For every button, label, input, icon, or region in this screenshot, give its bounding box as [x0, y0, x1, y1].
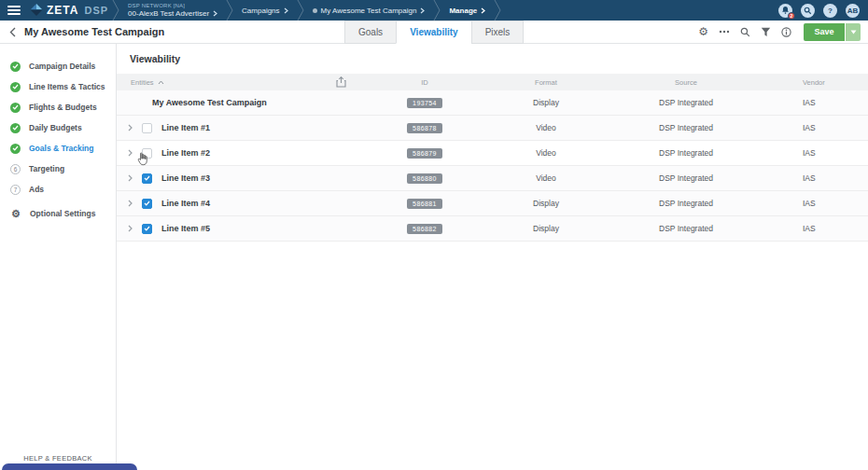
table-row-line-item-2[interactable]: Line Item #2 586879 Video DSP Integrated… — [117, 141, 868, 166]
breadcrumb-campaigns[interactable]: Campaigns — [233, 0, 296, 21]
notifications-button[interactable]: 2 — [778, 4, 792, 18]
sidebar-item-line-items-tactics[interactable]: Line Items & Tactics — [0, 76, 116, 97]
campaign-status-dot — [313, 8, 317, 13]
column-status[interactable] — [313, 76, 369, 88]
column-source[interactable]: Source — [611, 78, 761, 87]
settings-gear-button[interactable]: ⚙ — [698, 26, 708, 37]
step-number-badge: 6 — [10, 164, 21, 174]
source-cell: DSP Integrated — [611, 173, 761, 183]
table-row-line-item-4[interactable]: Line Item #4 586881 Display DSP Integrat… — [117, 191, 868, 216]
sidebar-item-campaign-details[interactable]: Campaign Details — [0, 56, 116, 76]
panel-title: Viewability — [117, 44, 868, 74]
column-vendor[interactable]: Vendor — [761, 78, 868, 87]
tab-viewability[interactable]: Viewability — [396, 21, 472, 44]
breadcrumb-advertiser[interactable]: DSP NETWORK [NA] 00-AlexB Test Advertise… — [119, 0, 226, 21]
check-icon — [144, 175, 150, 181]
column-entities[interactable]: Entities — [117, 78, 313, 87]
table-search-button[interactable] — [740, 27, 750, 37]
vendor-cell: IAS — [761, 224, 868, 233]
entity-name: Line Item #3 — [161, 173, 210, 183]
row-checkbox-unchecked[interactable] — [142, 148, 152, 159]
top-navbar: ZETA DSP DSP NETWORK [NA] 00-AlexB Test … — [0, 0, 868, 21]
table-row-line-item-1[interactable]: Line Item #1 586878 Video DSP Integrated… — [117, 116, 868, 141]
check-circle-icon — [10, 62, 21, 72]
row-checkbox-checked[interactable] — [142, 224, 152, 234]
breadcrumb-manage[interactable]: Manage — [441, 0, 494, 21]
hamburger-menu-icon[interactable] — [7, 6, 21, 15]
tab-pixels[interactable]: Pixels — [471, 21, 525, 44]
format-cell: Display — [481, 224, 611, 233]
table-row-line-item-5[interactable]: Line Item #5 586882 Display DSP Integrat… — [117, 216, 868, 242]
campaigns-label: Campaigns — [242, 7, 279, 15]
sidebar-item-label: Campaign Details — [29, 62, 95, 71]
help-feedback-link[interactable]: HELP & FEEDBACK — [0, 454, 116, 463]
sidebar-item-optional-settings[interactable]: ⚙ Optional Settings — [0, 203, 116, 224]
bottom-overlay-pill[interactable] — [2, 463, 137, 470]
network-label: DSP NETWORK [NA] — [128, 3, 217, 8]
expand-chevron-icon[interactable] — [128, 124, 133, 131]
row-checkbox-checked[interactable] — [142, 199, 152, 209]
sidebar-item-flights-budgets[interactable]: Flights & Budgets — [0, 97, 116, 118]
gear-icon: ⚙ — [10, 209, 21, 219]
check-circle-icon — [10, 144, 21, 154]
expand-chevron-icon[interactable] — [128, 174, 133, 182]
sidebar-item-label: Daily Budgets — [29, 123, 82, 132]
sidebar-item-label: Line Items & Tactics — [29, 82, 105, 91]
tab-bar: Goals Viewability Pixels — [345, 21, 524, 44]
filter-funnel-icon — [761, 27, 771, 37]
column-label: Entities — [131, 78, 154, 87]
row-checkbox-checked[interactable] — [142, 173, 152, 184]
table-header-row: Entities ID Format Source Vendor — [117, 74, 868, 90]
vendor-cell: IAS — [761, 199, 868, 208]
id-badge: 586879 — [407, 148, 442, 159]
check-circle-icon — [10, 103, 21, 113]
sidebar-item-label: Goals & Tracking — [29, 144, 93, 153]
chevron-right-icon — [284, 7, 288, 14]
id-cell: 586880 — [369, 173, 481, 184]
format-cell: Video — [481, 173, 611, 183]
id-badge: 586878 — [407, 123, 442, 133]
help-button[interactable]: ? — [823, 4, 837, 18]
breadcrumb-campaign[interactable]: My Awesome Test Campaign — [304, 0, 434, 21]
check-icon — [144, 226, 150, 231]
check-circle-icon — [10, 82, 21, 92]
save-dropdown-button[interactable] — [846, 23, 861, 41]
breadcrumb-separator — [433, 0, 441, 21]
sidebar-item-ads[interactable]: 7 Ads — [0, 179, 116, 200]
column-format[interactable]: Format — [481, 78, 611, 87]
source-cell: DSP Integrated — [611, 224, 761, 233]
avatar[interactable]: AB — [846, 4, 860, 18]
check-icon — [144, 200, 150, 206]
chevron-right-icon — [213, 10, 217, 17]
id-cell: 586881 — [369, 199, 481, 209]
global-search-button[interactable] — [801, 4, 815, 18]
expand-chevron-icon[interactable] — [128, 149, 133, 157]
info-button[interactable] — [781, 27, 791, 37]
row-checkbox-unchecked[interactable] — [142, 123, 152, 133]
entity-name: Line Item #5 — [161, 224, 210, 233]
sidebar-item-daily-budgets[interactable]: Daily Budgets — [0, 118, 116, 138]
back-button[interactable] — [9, 27, 16, 37]
expand-chevron-icon[interactable] — [128, 200, 133, 207]
sidebar-item-targeting[interactable]: 6 Targeting — [0, 159, 116, 179]
table-row-campaign[interactable]: My Awesome Test Campaign 193754 Display … — [117, 90, 868, 116]
sidebar-item-goals-tracking[interactable]: Goals & Tracking — [0, 138, 116, 159]
campaign-label: My Awesome Test Campaign — [321, 7, 417, 15]
content-area: Campaign Details Line Items & Tactics Fl… — [0, 44, 868, 469]
tab-goals[interactable]: Goals — [344, 21, 397, 44]
source-cell: DSP Integrated — [611, 98, 761, 107]
source-cell: DSP Integrated — [611, 199, 761, 208]
more-options-button[interactable] — [719, 30, 730, 34]
check-circle-icon — [10, 123, 21, 133]
column-id[interactable]: ID — [369, 78, 481, 87]
zeta-dsp-logo[interactable]: ZETA DSP — [30, 4, 108, 17]
step-number-badge: 7 — [10, 185, 21, 195]
expand-chevron-icon[interactable] — [128, 225, 133, 232]
table-row-line-item-3[interactable]: Line Item #3 586880 Video DSP Integrated… — [117, 166, 868, 191]
entity-name: Line Item #2 — [161, 148, 210, 158]
vendor-cell: IAS — [761, 123, 868, 132]
save-button[interactable]: Save — [804, 23, 845, 41]
filter-button[interactable] — [761, 27, 771, 37]
sidebar-item-label: Flights & Budgets — [29, 103, 97, 112]
search-icon — [804, 7, 812, 15]
